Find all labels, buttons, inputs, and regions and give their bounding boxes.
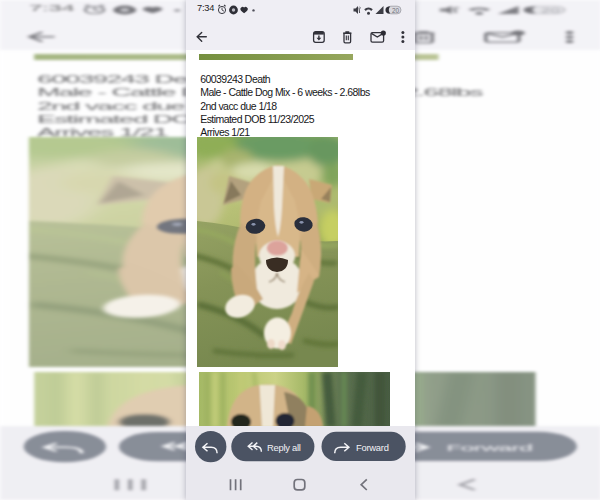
svg-text:Forward: Forward bbox=[446, 442, 532, 453]
svg-text:Reply all: Reply all bbox=[267, 442, 301, 453]
svg-text:20: 20 bbox=[541, 6, 560, 14]
svg-text:20: 20 bbox=[392, 6, 400, 13]
svg-text:Forward: Forward bbox=[356, 442, 389, 453]
